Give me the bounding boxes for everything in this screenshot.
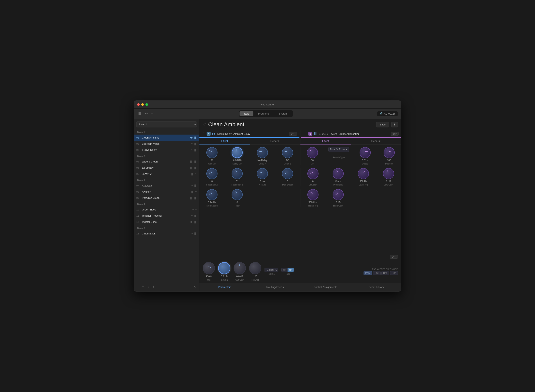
tab-parameters[interactable]: Parameters xyxy=(199,283,250,291)
list-item[interactable]: 12 Twister Echo ▶▶ ▌▌ xyxy=(134,219,199,225)
reverb-type-dropdown-icon: ▾ xyxy=(346,148,347,151)
diffusion-label: Diffusion xyxy=(309,183,317,186)
mod-speed-knob[interactable] xyxy=(206,189,218,200)
import-button[interactable]: ⤵ xyxy=(147,284,150,289)
minimize-button[interactable] xyxy=(141,103,144,106)
redo-button[interactable]: ↪ xyxy=(150,111,155,116)
delay-a-knob[interactable] xyxy=(257,147,268,158)
wet-mix-knob[interactable] xyxy=(206,147,218,158)
position-label: Position xyxy=(385,163,393,165)
param-edit-mode-group: PARAMETER EDIT MODE PGM HS1 HS2 HS3 xyxy=(363,268,398,275)
list-item[interactable]: 05 12 Stringy ▌▌ ▌▌ xyxy=(134,165,199,171)
effect-bars: ⋮ A ▶▶ Digital Delay Ambient Delay BYP ⋮… xyxy=(199,130,401,138)
list-item[interactable]: 01 Clean Ambient ▶▶ ▌▌ xyxy=(134,135,199,141)
preset-icons: 〜 ▌▌ xyxy=(191,149,197,151)
global-mix-knob[interactable] xyxy=(203,262,215,274)
close-sidebar-button[interactable]: ✕ xyxy=(193,284,197,289)
tab-effect-b-general[interactable]: General xyxy=(351,138,401,145)
param-mode-pgm[interactable]: PGM xyxy=(363,271,372,275)
tab-effect-a-effect[interactable]: Effect xyxy=(199,138,250,145)
list-item[interactable]: 03 TDrive Delay 〜 ▌▌ xyxy=(134,147,199,153)
knob-position: 100 Position xyxy=(381,147,397,165)
sidebar-footer: + ✎ ⤵ ⤴ ✕ xyxy=(134,282,199,291)
list-item[interactable]: 11 Teacher Preacher 〜 ▌▌ xyxy=(134,213,199,219)
param-mode-hs2[interactable]: HS2 xyxy=(381,271,389,275)
knob-xfade: 3 ms X-Fade xyxy=(254,168,270,186)
export-button[interactable]: ⤴ xyxy=(152,284,155,289)
level-icon: ▌▌ xyxy=(194,185,197,187)
tails-off-button[interactable]: Off xyxy=(282,268,287,272)
position-knob[interactable] xyxy=(384,147,395,158)
bank-1-label: Bank 1 xyxy=(134,129,199,135)
content-area: ♡ Clean Ambient Save ⬆ ⋮ A ▶▶ Digital De… xyxy=(199,119,401,291)
add-preset-button[interactable]: + xyxy=(136,284,140,289)
filter-knob[interactable] xyxy=(232,189,243,200)
tab-routing-inserts[interactable]: Routing/Inserts xyxy=(250,283,300,291)
list-item[interactable]: 06 JazzyBZ ▌▌ 〜 xyxy=(134,171,199,177)
feedback-b-knob[interactable] xyxy=(232,168,243,179)
pre-delay-knob[interactable] xyxy=(333,168,344,179)
list-item[interactable]: 02 Bedroom Vibes 〜 ▌▌ xyxy=(134,141,199,147)
global-out-gain-value: 0.0 dB xyxy=(236,275,243,278)
kill-dry-select[interactable]: Global On Off xyxy=(264,268,278,272)
effect-a-bypass-button[interactable]: BYP xyxy=(289,132,297,135)
high-gain-knob[interactable] xyxy=(333,189,344,200)
reverb-type-selector[interactable]: Mdm St Room ▾ xyxy=(328,147,349,152)
list-item[interactable]: 09 Paradise Clean ▌▌ ▌▌ xyxy=(134,195,199,201)
delay-b-knob[interactable] xyxy=(282,147,293,158)
param-mode-buttons: PGM HS1 HS2 HS3 xyxy=(363,271,398,275)
save-button[interactable]: Save xyxy=(376,122,389,127)
mod-speed-value: 0.94 Hz xyxy=(208,201,216,204)
tab-edit[interactable]: Edit xyxy=(239,111,253,116)
menu-button[interactable]: ☰ xyxy=(137,111,142,116)
effect-a-more-button[interactable]: ⋮ xyxy=(202,132,205,136)
decay-knob[interactable] xyxy=(360,147,371,158)
effect-icon: ▌▌ xyxy=(190,167,193,169)
global-out-gain-knob[interactable] xyxy=(234,262,246,274)
tab-effect-a-general[interactable]: General xyxy=(250,138,300,145)
list-item[interactable]: 08 Awaken ▌▌ 〜 xyxy=(134,189,199,195)
tab-system[interactable]: System xyxy=(274,111,292,116)
global-hotknob-knob[interactable] xyxy=(249,262,261,274)
undo-redo-group: ↩ ↪ xyxy=(144,111,155,116)
list-item[interactable]: 13 Cinematrick 〜 ▌▌ xyxy=(134,230,199,237)
delay-mix-knob[interactable] xyxy=(232,147,243,158)
effect-b-bypass-button[interactable]: BYP xyxy=(391,132,399,135)
tab-effect-b-effect[interactable]: Effect xyxy=(301,138,351,145)
list-item[interactable]: 10 Green Tides 〜 ✦ xyxy=(134,206,199,213)
low-freq-knob[interactable] xyxy=(358,168,369,179)
tab-control-assignments[interactable]: Control Assignments xyxy=(300,283,351,291)
mod-depth-knob[interactable] xyxy=(282,168,293,179)
global-in-gain-knob[interactable] xyxy=(218,262,230,274)
param-mode-hs1[interactable]: HS1 xyxy=(373,271,381,275)
effect-b-knobs-row2: 0 Diffusion 49 ms Pre Delay xyxy=(301,168,401,186)
high-freq-knob[interactable] xyxy=(307,189,319,200)
effect-a-knobs-row3: 0.94 Hz Mod Speed 0 Filter xyxy=(199,189,300,207)
preset-number: 13 xyxy=(136,232,142,235)
bottom-bypass-button[interactable]: BYP xyxy=(390,255,398,259)
effect-b-more-button[interactable]: ⋮ xyxy=(304,132,307,136)
mix-b-knob[interactable] xyxy=(307,147,318,158)
tails-on-button[interactable]: On xyxy=(287,268,294,272)
tab-programs[interactable]: Programs xyxy=(253,111,274,116)
undo-button[interactable]: ↩ xyxy=(144,111,149,116)
preset-name: JazzyBZ xyxy=(142,173,191,175)
knobs-row-2: 0 Feedback A 51 Feedback B xyxy=(199,166,401,187)
close-button[interactable] xyxy=(137,103,140,106)
list-item[interactable]: 07 Autowah 〜 ▌▌ xyxy=(134,182,199,189)
param-mode-hs3[interactable]: HS3 xyxy=(390,271,398,275)
tab-preset-library[interactable]: Preset Library xyxy=(351,283,401,291)
list-item[interactable]: 04 Wide & Clean ▌▌ ▌▌ xyxy=(134,159,199,165)
knob-delay-b: 1/8 Delay B xyxy=(280,147,296,165)
favorite-button[interactable]: ♡ xyxy=(203,122,206,127)
edit-preset-button[interactable]: ✎ xyxy=(141,284,145,289)
diffusion-knob[interactable] xyxy=(307,168,319,179)
user-select[interactable]: User 1 xyxy=(136,121,197,127)
knob-wet-mix: 21 Wet Mix xyxy=(204,147,220,165)
xfade-knob[interactable] xyxy=(257,168,268,179)
export-preset-button[interactable]: ⬆ xyxy=(391,122,398,127)
preset-icons: ▶▶ ▌▌ xyxy=(190,136,197,139)
fullscreen-button[interactable] xyxy=(145,103,148,106)
low-gain-knob[interactable] xyxy=(383,168,394,179)
feedback-a-knob[interactable] xyxy=(206,168,218,179)
